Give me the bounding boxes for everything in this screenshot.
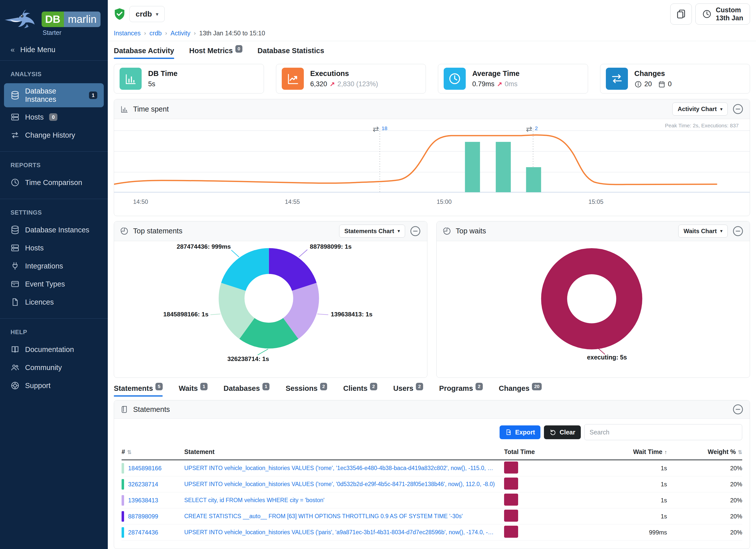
section-title: ANALYSIS: [0, 63, 108, 82]
sidebar-item-time-comparison[interactable]: Time Comparison: [4, 174, 104, 191]
statement-id-link[interactable]: 887898099: [128, 513, 158, 520]
tab-label: Users: [393, 384, 414, 393]
sidebar-item-settings-hosts[interactable]: Hosts: [4, 240, 104, 256]
slice-label-326238714: 326238714: 1s: [227, 355, 269, 362]
total-time-bar: [504, 478, 518, 490]
count-badge: 2: [476, 383, 483, 390]
copy-link-button[interactable]: [670, 4, 692, 25]
search-input[interactable]: [584, 424, 742, 440]
statement-link[interactable]: UPSERT INTO vehicle_location_histories V…: [184, 465, 504, 472]
sidebar-item-event-types[interactable]: Event Types: [4, 276, 104, 292]
sidebar-item-label: Database Instances: [25, 87, 83, 104]
time-spent-chart[interactable]: Peak Time: 2s, Executions: 837: [114, 119, 750, 216]
activity-bar[interactable]: [496, 142, 511, 192]
statement-id-link[interactable]: 139638413: [128, 497, 158, 504]
time-range-button[interactable]: Custom 13th Jan: [695, 4, 750, 25]
sort-asc-icon: ↑: [665, 449, 667, 455]
tab-databases[interactable]: Databases 1: [224, 384, 270, 397]
people-icon: [11, 363, 20, 372]
statements-chart-select[interactable]: Statements Chart ▾: [339, 225, 405, 238]
kpi-value: 6,320: [310, 80, 327, 88]
sort-icon: ⇅: [127, 449, 132, 455]
tab-host-metrics[interactable]: Host Metrics 0: [189, 47, 243, 59]
instance-selector[interactable]: crdb ▾: [129, 6, 165, 22]
change-marker-count[interactable]: 18: [382, 125, 387, 131]
detail-tabs: Statements 5 Waits 1 Databases 1 Session…: [108, 378, 756, 397]
tab-programs[interactable]: Programs 2: [439, 384, 483, 397]
sidebar-item-hosts[interactable]: Hosts 0: [4, 109, 104, 125]
total-time-bar: [504, 494, 518, 506]
waits-chart-select[interactable]: Waits Chart ▾: [678, 225, 728, 238]
export-button[interactable]: Export: [500, 425, 540, 439]
statement-link[interactable]: CREATE STATISTICS __auto__ FROM [63] WIT…: [184, 513, 504, 520]
swap-arrows-icon: [606, 68, 628, 90]
instance-name: crdb: [136, 10, 152, 18]
breadcrumb-instance[interactable]: crdb: [149, 30, 162, 37]
sidebar-item-licences[interactable]: Licences: [4, 294, 104, 310]
sidebar: DBmarlin Starter « Hide Menu ANALYSIS Da…: [0, 0, 108, 549]
col-header-num[interactable]: #⇅: [122, 448, 184, 455]
statement-link[interactable]: UPSERT INTO vehicle_location_histories V…: [184, 529, 504, 536]
sidebar-item-support[interactable]: Support: [4, 377, 104, 394]
chevron-down-icon: ▾: [398, 228, 400, 234]
collapse-panel-icon[interactable]: [732, 225, 744, 237]
color-chip: [122, 463, 124, 474]
hide-menu-button[interactable]: « Hide Menu: [0, 39, 108, 60]
total-time-bar: [504, 510, 518, 522]
tab-database-activity[interactable]: Database Activity: [114, 47, 174, 59]
breadcrumb-activity[interactable]: Activity: [170, 30, 190, 37]
activity-chart-select[interactable]: Activity Chart ▾: [672, 103, 728, 116]
donut-slice-executing[interactable]: [554, 261, 629, 336]
sidebar-item-label: Support: [25, 382, 51, 390]
tab-database-statistics[interactable]: Database Statistics: [257, 47, 324, 59]
tab-sessions[interactable]: Sessions 2: [286, 384, 327, 397]
collapse-panel-icon[interactable]: [732, 103, 744, 115]
brand-edition: Starter: [42, 29, 101, 36]
change-marker-count[interactable]: 2: [535, 125, 538, 131]
statement-id-link[interactable]: 287474436: [128, 529, 158, 536]
collapse-panel-icon[interactable]: [410, 225, 421, 237]
activity-bar[interactable]: [465, 142, 480, 192]
statements-panel: Statements Export Clear #⇅ Statement: [114, 400, 750, 549]
tab-statements[interactable]: Statements 5: [114, 384, 163, 397]
count-badge: 1: [262, 383, 270, 390]
tab-label: Changes: [499, 384, 529, 393]
tab-users[interactable]: Users 2: [393, 384, 423, 397]
pie-chart-icon: [443, 227, 451, 235]
activity-bar[interactable]: [526, 167, 541, 192]
col-header-statement[interactable]: Statement: [184, 448, 504, 455]
breadcrumb-instances[interactable]: Instances: [114, 30, 141, 37]
sidebar-item-integrations[interactable]: Integrations: [4, 258, 104, 274]
event-window-icon: [11, 280, 20, 289]
clock-icon: [702, 9, 712, 19]
plug-icon: [11, 261, 20, 270]
bar-chart-icon: [120, 105, 129, 113]
col-header-total-time[interactable]: Total Time: [504, 448, 549, 455]
statement-id-link[interactable]: 326238714: [128, 481, 158, 488]
sidebar-item-settings-database-instances[interactable]: Database Instances: [4, 222, 104, 238]
wait-time-value: 1s: [549, 497, 667, 504]
table-header-row: #⇅ Statement Total Time Wait Time↑ Weigh…: [122, 444, 742, 460]
statement-link[interactable]: UPSERT INTO vehicle_location_histories V…: [184, 481, 504, 488]
panel-title: Top statements: [133, 227, 182, 235]
kpi-info-count: 20: [644, 80, 652, 88]
sidebar-item-community[interactable]: Community: [4, 359, 104, 376]
tab-clients[interactable]: Clients 2: [343, 384, 377, 397]
kpi-cards: DB Time 5s Executions 6,320 ↗ 2,830 (123…: [108, 59, 756, 98]
tab-waits[interactable]: Waits 1: [179, 384, 208, 397]
sidebar-item-database-instances[interactable]: Database Instances 1: [4, 83, 104, 107]
sidebar-item-change-history[interactable]: Change History: [4, 127, 104, 143]
tab-label: Host Metrics: [189, 47, 233, 55]
col-header-weight[interactable]: Weight %⇅: [667, 448, 742, 455]
clear-button[interactable]: Clear: [544, 425, 581, 439]
statement-id-link[interactable]: 1845898166: [128, 465, 161, 472]
sort-icon: ⇅: [738, 449, 742, 455]
tab-changes[interactable]: Changes 20: [499, 384, 542, 397]
wait-time-value: 1s: [549, 513, 667, 520]
kpi-title: DB Time: [148, 69, 177, 78]
sidebar-item-documentation[interactable]: Documentation: [4, 341, 104, 358]
collapse-panel-icon[interactable]: [732, 404, 744, 415]
statement-link[interactable]: SELECT city, id FROM vehicles WHERE city…: [184, 497, 504, 504]
table-row: 139638413 SELECT city, id FROM vehicles …: [122, 492, 742, 508]
col-header-wait-time[interactable]: Wait Time↑: [549, 448, 667, 455]
